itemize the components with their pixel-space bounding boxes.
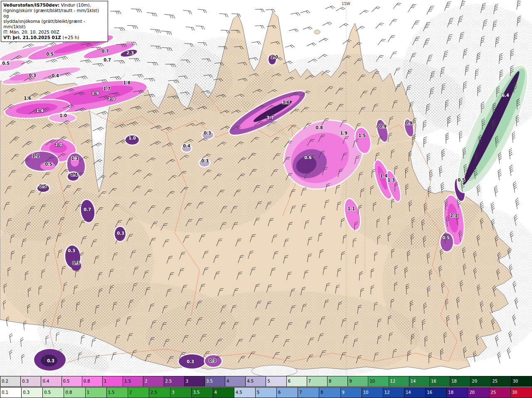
legend-cell: 3 bbox=[170, 388, 191, 398]
legend-cell: 20 bbox=[470, 376, 490, 386]
precip-value-label: 0.7 bbox=[101, 49, 109, 54]
precip-value-label: 0.7 bbox=[103, 58, 111, 62]
legend-cell: 9 bbox=[340, 388, 362, 398]
precip-value-label: 0.3 bbox=[204, 131, 211, 135]
legend-cell: 0.4 bbox=[41, 376, 61, 386]
legend-cell: 8 bbox=[319, 388, 340, 398]
legend-cell: 30 bbox=[510, 388, 532, 398]
legend-cell: 0.5 bbox=[62, 376, 82, 386]
title-box: Veðurstofan/IS750dev: Vindur (10m), rign… bbox=[1, 1, 108, 42]
legend-cell: 3.5 bbox=[191, 388, 212, 398]
precip-value-label: 1.5 bbox=[358, 133, 366, 138]
legend-cell: 4.5 bbox=[245, 376, 266, 386]
legend-cell: 7 bbox=[298, 388, 319, 398]
legend-cell: 16 bbox=[425, 388, 446, 398]
precip-value-label: 1.9 bbox=[340, 131, 347, 135]
precip-value-label: 2.0 bbox=[55, 142, 62, 147]
precip-value-label: 1.0 bbox=[271, 55, 278, 59]
weather-map-page: 0.60.50.72.30.50.70.30.41.81.71.92.01.61… bbox=[0, 0, 532, 398]
precip-value-label: 1.0 bbox=[128, 136, 136, 140]
precip-value-label: 0.5 bbox=[2, 61, 10, 66]
precip-value-label: 6.4 bbox=[502, 93, 509, 98]
title-line-2: rigning/skúrir (grænt/blátt/rautt - mm/1… bbox=[3, 8, 106, 19]
legend-cell: 12 bbox=[383, 388, 404, 398]
legend-cell: 1 bbox=[85, 388, 106, 398]
precip-value-label: 1.4 bbox=[380, 174, 387, 178]
precip-value-label: 2.1 bbox=[450, 213, 458, 218]
legend-cell: 9 bbox=[347, 376, 368, 386]
precip-value-label: 0.4 bbox=[183, 144, 190, 148]
precip-value-label: 0.6 bbox=[304, 155, 312, 160]
precip-value-label: 0.8 bbox=[315, 125, 323, 130]
precip-value-label: 0.5 bbox=[458, 178, 465, 182]
iceland-weather-map: 0.60.50.72.30.50.70.30.41.81.71.92.01.61… bbox=[0, 0, 532, 376]
legend-cell: 7 bbox=[307, 376, 327, 386]
precip-value-label: 2.0 bbox=[108, 97, 115, 101]
precip-value-label: 0.9 bbox=[379, 124, 387, 129]
legend: 0.20.30.40.50.811.522.533.544.5567891012… bbox=[0, 376, 532, 398]
precip-value-label: 1.4 bbox=[36, 108, 44, 113]
precip-value-label: 1.8 bbox=[123, 81, 131, 85]
precip-value-label: 1.3 bbox=[71, 156, 79, 161]
legend-cell: 10 bbox=[362, 388, 383, 398]
init-time: IT: Mán. 20. 10. 2025 00Z bbox=[3, 29, 106, 35]
legend-cell: 10 bbox=[368, 376, 388, 386]
legend-cell: 5 bbox=[266, 376, 286, 386]
precip-value-label: 0.3 bbox=[47, 359, 54, 363]
legend-cell: 18 bbox=[446, 388, 468, 398]
title-line-3: slydda/snjókoma (grátt/bleikt/grænt - mm… bbox=[3, 19, 106, 29]
legend-cell: 14 bbox=[409, 376, 429, 386]
legend-cell: 6 bbox=[286, 376, 307, 386]
precip-value-label: 0.4 bbox=[70, 172, 78, 177]
legend-cell: 12 bbox=[389, 376, 409, 386]
island-grimsey bbox=[314, 30, 320, 34]
precip-value-label: 0.3 bbox=[209, 359, 216, 363]
precip-value-label: 0.3 bbox=[187, 359, 194, 364]
legend-cell: 14 bbox=[404, 388, 425, 398]
precip-value-label: 0.3 bbox=[201, 159, 209, 163]
precip-value-label: 0.5 bbox=[46, 52, 54, 57]
precip-value-label: 1.6 bbox=[24, 96, 31, 101]
precip-value-label: 0.3 bbox=[72, 261, 80, 265]
map-area: 0.60.50.72.30.50.70.30.41.81.71.92.01.61… bbox=[0, 0, 532, 376]
precip-value-label: 1.1 bbox=[347, 206, 355, 211]
legend-cell: 8 bbox=[327, 376, 347, 386]
legend-cell: 0.2 bbox=[0, 376, 20, 386]
legend-cell: 2.5 bbox=[164, 376, 184, 386]
legend-cell: 2 bbox=[143, 376, 163, 386]
legend-cell: 0.8 bbox=[64, 388, 85, 398]
legend-cell: 30 bbox=[511, 376, 532, 386]
legend-cell: 4 bbox=[213, 388, 234, 398]
precip-value-label: 0.5 bbox=[45, 162, 52, 167]
legend-cell: 25 bbox=[491, 376, 511, 386]
precip-value-label: 1.7 bbox=[103, 86, 111, 91]
precip-value-label: 2.3 bbox=[126, 51, 134, 55]
legend-cell: 3.5 bbox=[204, 376, 225, 386]
legend-rain-scale: 0.10.30.50.811.522.533.544.5567891012141… bbox=[0, 387, 532, 398]
precip-value-label: 0.3 bbox=[29, 73, 36, 78]
precip-value-label: 3.7 bbox=[266, 115, 274, 120]
precip-value-label: 0.5 bbox=[442, 236, 450, 240]
legend-cell: 0.1 bbox=[0, 388, 21, 398]
precip-value-label: 1.3 bbox=[387, 178, 395, 182]
precip-value-label: 0.4 bbox=[52, 74, 59, 78]
legend-cell: 6 bbox=[276, 388, 298, 398]
legend-cell: 0.5 bbox=[42, 388, 64, 398]
precip-value-label: 0.5 bbox=[39, 184, 47, 189]
precip-value-label: 0.9 bbox=[405, 121, 412, 125]
title-line-1: Veðurstofan/IS750dev: Vindur (10m), bbox=[3, 2, 106, 8]
precip-value-label: 0.7 bbox=[84, 207, 91, 212]
legend-cell: 4.5 bbox=[234, 388, 255, 398]
legend-cell: 0.8 bbox=[82, 376, 102, 386]
legend-cell: 1.5 bbox=[106, 388, 128, 398]
precip-value-label: 1.1 bbox=[32, 154, 39, 158]
meridian-label-15w: 15W bbox=[342, 2, 350, 6]
valid-time: VT: þri. 21.10.2025 01Z (+25 h) bbox=[3, 35, 106, 40]
legend-cell: 1 bbox=[102, 376, 123, 386]
precip-value-label: 3.6 bbox=[282, 100, 290, 105]
legend-cell: 2.5 bbox=[149, 388, 170, 398]
legend-cell: 4 bbox=[225, 376, 245, 386]
legend-cell: 16 bbox=[429, 376, 450, 386]
legend-cell: 0.3 bbox=[20, 376, 41, 386]
legend-cell: 1.5 bbox=[123, 376, 143, 386]
